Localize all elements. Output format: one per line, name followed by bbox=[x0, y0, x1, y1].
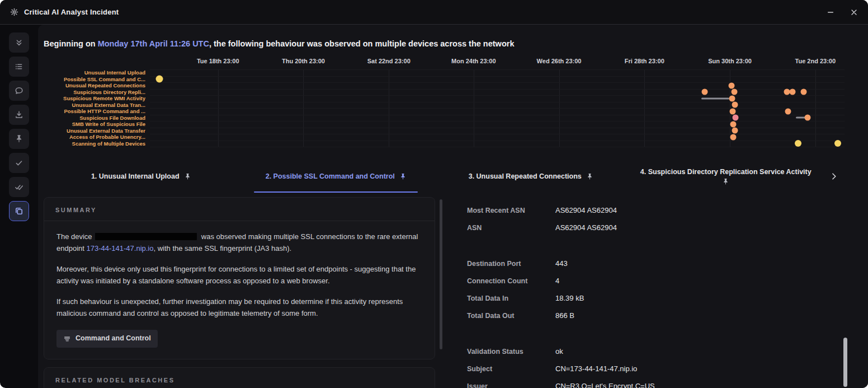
y-axis-category-label: Scanning of Multiple Devices bbox=[38, 141, 145, 147]
incident-timeline-chart[interactable]: Tue 18th 23:00Thu 20th 23:00Sat 22nd 23:… bbox=[38, 56, 845, 156]
event-dot[interactable] bbox=[731, 89, 737, 95]
event-dot[interactable] bbox=[730, 121, 737, 127]
pin-icon[interactable] bbox=[722, 178, 729, 185]
event-dot[interactable] bbox=[795, 140, 801, 147]
event-dot[interactable] bbox=[785, 108, 791, 114]
chart-plot-area[interactable] bbox=[150, 69, 845, 147]
chart-body: Unusual Internal UploadPossible SSL Comm… bbox=[38, 69, 845, 147]
window-title: Critical AI Analyst Incident bbox=[24, 8, 119, 16]
y-axis-category-label: Unusual External Data Transfer bbox=[38, 128, 145, 134]
tab-label: 4. Suspicious Directory Replication Serv… bbox=[640, 167, 812, 176]
event-dot[interactable] bbox=[728, 82, 734, 88]
detail-value: 866 B bbox=[555, 311, 574, 320]
detail-row: SubjectCN=173-44-141-47.nip.io bbox=[467, 360, 845, 377]
y-axis-category-label: Unusual Internal Upload bbox=[38, 69, 145, 76]
endpoint-link[interactable]: 173-44-141-47.nip.io bbox=[87, 244, 154, 253]
event-dot[interactable] bbox=[729, 95, 735, 101]
event-dot[interactable] bbox=[156, 76, 163, 83]
detail-row: Connection Count4 bbox=[467, 272, 845, 289]
pin-icon[interactable] bbox=[586, 173, 593, 180]
sidebar bbox=[0, 25, 38, 388]
copy-icon bbox=[15, 207, 23, 216]
x-tick-label: Thu 20th 23:00 bbox=[282, 58, 325, 64]
tab-incident-3[interactable]: 3. Unusual Repeated Connections bbox=[433, 160, 629, 193]
y-axis-category-label: Suspicious Directory Repli... bbox=[38, 89, 145, 96]
detail-key: Most Recent ASN bbox=[467, 207, 555, 214]
detail-row: Total Data Out866 B bbox=[467, 307, 845, 324]
acknowledge-button[interactable] bbox=[9, 153, 29, 173]
export-button[interactable] bbox=[9, 105, 29, 125]
incident-window: Critical AI Analyst Incident Beginning o… bbox=[0, 0, 868, 388]
pin-icon[interactable] bbox=[184, 173, 191, 180]
gridline-horizontal bbox=[150, 89, 845, 90]
summary-list-button[interactable] bbox=[9, 57, 29, 77]
event-dot[interactable] bbox=[834, 140, 841, 147]
summary-paragraph-3: If such behaviour is unexpected, further… bbox=[56, 296, 422, 319]
x-tick-label: Tue 2nd 23:00 bbox=[795, 58, 836, 64]
detail-value: ok bbox=[555, 347, 563, 356]
x-tick-label: Wed 26th 23:00 bbox=[537, 58, 582, 64]
detail-value: 18.39 kB bbox=[555, 294, 584, 302]
detail-key: Total Data In bbox=[467, 294, 555, 302]
download-icon bbox=[15, 110, 23, 119]
check-icon bbox=[15, 158, 23, 167]
pin-icon bbox=[399, 173, 407, 180]
collapse-all-button[interactable] bbox=[9, 32, 29, 53]
related-model-breaches-card: RELATED MODEL BREACHES bbox=[44, 367, 435, 388]
copy-button[interactable] bbox=[9, 201, 29, 221]
next-tabs-button[interactable] bbox=[823, 160, 845, 193]
event-dot[interactable] bbox=[789, 89, 795, 95]
chart-y-axis-labels: Unusual Internal UploadPossible SSL Comm… bbox=[38, 69, 150, 147]
gridline-horizontal bbox=[150, 102, 845, 102]
tag-label: Command and Control bbox=[76, 333, 151, 344]
y-axis-category-label: Unusual External Data Tran... bbox=[38, 102, 145, 109]
summary-p1-before: The device bbox=[56, 232, 94, 241]
summary-paragraph-2: Moreover, this device only used this fin… bbox=[56, 264, 422, 287]
pin-icon[interactable] bbox=[399, 173, 407, 180]
detail-value: AS62904 AS62904 bbox=[555, 206, 617, 214]
minimize-button[interactable] bbox=[827, 8, 834, 16]
gridline-horizontal bbox=[150, 76, 845, 77]
comments-button[interactable] bbox=[9, 81, 29, 101]
event-dot[interactable] bbox=[733, 115, 739, 121]
close-button[interactable] bbox=[850, 8, 858, 16]
gridline-horizontal bbox=[150, 147, 845, 147]
gear-icon bbox=[10, 8, 18, 16]
command-and-control-tag[interactable]: Command and Control bbox=[56, 330, 158, 348]
incident-start-date: Monday 17th April 11:26 UTC bbox=[98, 39, 209, 48]
pin-icon bbox=[586, 173, 593, 180]
model-icon bbox=[63, 335, 71, 343]
event-dot[interactable] bbox=[730, 134, 737, 140]
tab-incident-4[interactable]: 4. Suspicious Directory Replication Serv… bbox=[629, 160, 824, 193]
x-tick-label: Fri 28th 23:00 bbox=[625, 58, 664, 64]
tab-incident-1[interactable]: 1. Unusual Internal Upload bbox=[44, 160, 239, 193]
window-controls bbox=[827, 8, 858, 16]
event-dot[interactable] bbox=[702, 89, 708, 95]
x-tick-label: Tue 18th 23:00 bbox=[197, 58, 239, 64]
x-tick-label: Sun 30th 23:00 bbox=[708, 58, 752, 64]
summary-card: SUMMARY The device was observed making m… bbox=[44, 197, 435, 359]
pin-incident-button[interactable] bbox=[9, 129, 29, 149]
acknowledge-all-button[interactable] bbox=[9, 177, 29, 197]
event-dot[interactable] bbox=[732, 102, 738, 108]
header-text-suffix: , the following behaviour was observed o… bbox=[209, 39, 515, 48]
incident-tabs: 1. Unusual Internal Upload2. Possible SS… bbox=[44, 160, 845, 193]
model-icon bbox=[63, 335, 71, 343]
chart-x-axis: Tue 18th 23:00Thu 20th 23:00Sat 22nd 23:… bbox=[150, 56, 845, 69]
event-dot[interactable] bbox=[732, 128, 738, 134]
tab-incident-2[interactable]: 2. Possible SSL Command and Control bbox=[239, 160, 434, 193]
details-group: Destination Port443Connection Count4Tota… bbox=[467, 255, 845, 324]
details-scrollbar[interactable] bbox=[843, 338, 847, 387]
detail-key: Total Data Out bbox=[467, 312, 555, 320]
chevron-right-icon bbox=[829, 172, 838, 181]
event-dot[interactable] bbox=[800, 89, 806, 95]
main-content: Beginning on Monday 17th April 11:26 UTC… bbox=[38, 25, 868, 388]
gridline-horizontal bbox=[150, 128, 845, 128]
tab-label: 2. Possible SSL Command and Control bbox=[266, 172, 395, 180]
y-axis-category-label: Suspicious File Download bbox=[38, 115, 145, 121]
event-dot[interactable] bbox=[805, 115, 811, 121]
summary-p1-after: , with the same SSL fingerprint (JA3 has… bbox=[153, 244, 291, 253]
comment-icon bbox=[15, 86, 23, 95]
event-dot[interactable] bbox=[730, 108, 736, 114]
event-duration-segment[interactable] bbox=[701, 97, 729, 99]
